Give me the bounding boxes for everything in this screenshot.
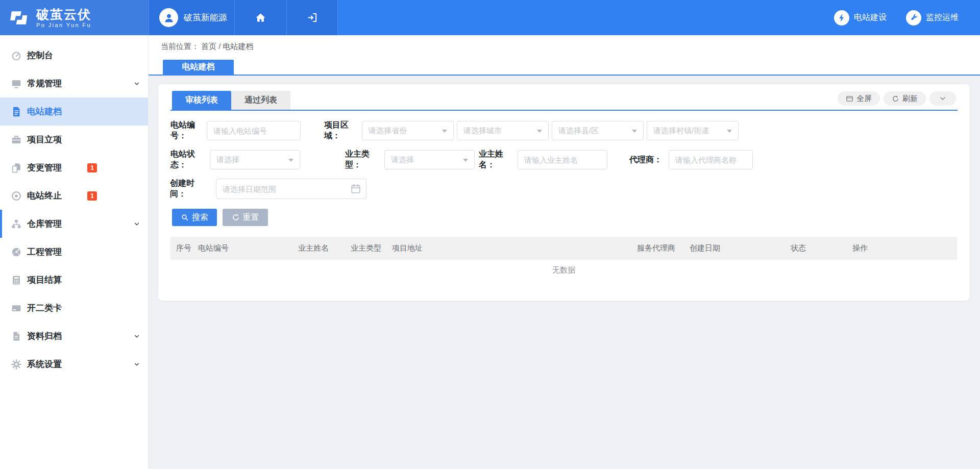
top-header: 破茧云伏 Po Jian Yun Fu 破茧新能源 <box>0 0 980 35</box>
collapse-toolbar-button[interactable] <box>929 91 956 106</box>
search-button[interactable]: 搜索 <box>172 209 217 226</box>
col-agent: 服务代理商 <box>637 243 675 253</box>
company-name: 破茧新能源 <box>184 12 227 23</box>
user-icon <box>163 12 175 24</box>
refresh-button[interactable]: 刷新 <box>884 91 926 106</box>
search-icon <box>181 213 189 221</box>
col-owner-name: 业主姓名 <box>298 243 329 253</box>
province-select[interactable]: 请选择省份 <box>362 121 454 140</box>
region-label: 项目区域： <box>324 121 357 140</box>
home-button[interactable] <box>234 0 286 35</box>
chevron-down-icon <box>134 221 140 227</box>
sidebar-item-label: 控制台 <box>27 50 53 61</box>
caret-down-icon <box>727 130 732 133</box>
tab-underline <box>170 110 958 111</box>
gear-icon <box>10 358 22 371</box>
tab-review-list[interactable]: 审核列表 <box>172 91 231 110</box>
station-no-input[interactable] <box>207 121 301 140</box>
app-root: 破茧云伏 Po Jian Yun Fu 破茧新能源 <box>0 0 980 469</box>
col-index: 序号 <box>176 243 191 253</box>
fullscreen-label: 全屏 <box>856 94 872 104</box>
breadcrumb-path[interactable]: 首页 / 电站建档 <box>201 42 254 51</box>
sidebar-item-label: 项目结算 <box>27 274 62 286</box>
city-placeholder: 请选择城市 <box>463 126 502 136</box>
gauge-icon <box>10 50 22 62</box>
station-status-select[interactable]: 请选择 <box>210 150 300 169</box>
sidebar-item-label: 资料归档 <box>27 330 62 342</box>
owner-name-label: 业主姓名： <box>479 150 511 169</box>
user-menu[interactable]: 破茧新能源 <box>149 0 234 35</box>
sidebar-item-label: 电站建档 <box>27 106 62 117</box>
col-created: 创建日期 <box>690 243 720 253</box>
chevron-down-icon <box>134 81 140 87</box>
dashboard-icon <box>10 246 22 258</box>
county-select[interactable]: 请选择县/区 <box>552 121 644 140</box>
sidebar-item-data-archive[interactable]: 资料归档 <box>0 322 148 350</box>
window-icon <box>846 95 853 103</box>
village-select[interactable]: 请选择村镇/街道 <box>647 121 739 140</box>
page-tab-station-filing[interactable]: 电站建档 <box>163 60 234 75</box>
sidebar: 控制台 常规管理 电站建档 项目立项 变更管理 1 <box>0 35 149 469</box>
breadcrumb-label: 当前位置： <box>161 42 199 51</box>
breadcrumb: 当前位置：首页 / 电站建档 <box>161 42 256 52</box>
copy-pages-icon <box>10 162 22 174</box>
sidebar-item-general-mgmt[interactable]: 常规管理 <box>0 69 148 97</box>
owner-name-input[interactable] <box>518 150 607 169</box>
sidebar-item-station-termination[interactable]: 电站终止 1 <box>0 182 148 210</box>
refresh-label: 刷新 <box>902 94 918 104</box>
reset-label: 重置 <box>243 212 259 223</box>
sidebar-item-label: 项目立项 <box>27 134 62 145</box>
city-select[interactable]: 请选择城市 <box>457 121 549 140</box>
search-label: 搜索 <box>192 212 208 223</box>
sidebar-item-project-settlement[interactable]: 项目结算 <box>0 266 148 294</box>
nav-label: 电站建设 <box>854 12 887 23</box>
sidebar-item-label: 仓库管理 <box>27 218 62 230</box>
notification-badge: 1 <box>87 191 97 201</box>
header-right-nav: 电站建设 监控运维 <box>834 0 959 35</box>
sidebar-item-open-type2-card[interactable]: 开二类卡 <box>0 294 148 322</box>
status-placeholder: 请选择 <box>216 155 239 165</box>
file-icon <box>10 330 22 342</box>
sidebar-item-label: 电站终止 <box>27 190 62 202</box>
sidebar-item-station-filing[interactable]: 电站建档 <box>0 97 148 126</box>
nav-station-construction[interactable]: 电站建设 <box>834 10 887 26</box>
brand-title: 破茧云伏 <box>36 8 91 21</box>
sidebar-item-dashboard[interactable]: 控制台 <box>0 41 148 69</box>
tab-passed-list[interactable]: 通过列表 <box>231 91 290 110</box>
province-placeholder: 请选择省份 <box>369 126 407 136</box>
caret-down-icon <box>288 159 293 162</box>
caret-down-icon <box>632 130 637 133</box>
reset-button[interactable]: 重置 <box>223 209 268 226</box>
brand-subtitle: Po Jian Yun Fu <box>36 22 91 28</box>
table-header: 序号 电站编号 业主姓名 业主类型 项目地址 服务代理商 创建日期 状态 操作 <box>170 237 957 259</box>
caret-down-icon <box>463 159 468 162</box>
bolt-icon <box>834 10 849 26</box>
logout-button[interactable] <box>286 0 338 35</box>
chevron-down-icon <box>939 95 946 102</box>
sidebar-item-project-initiation[interactable]: 项目立项 <box>0 126 148 154</box>
date-range-input[interactable] <box>216 179 366 199</box>
brand-text: 破茧云伏 Po Jian Yun Fu <box>36 8 91 28</box>
briefcase-icon <box>10 134 22 146</box>
owner-type-label: 业主类型： <box>345 150 378 169</box>
nav-monitor-ops[interactable]: 监控运维 <box>906 10 959 26</box>
empty-state: 无数据 <box>170 265 957 275</box>
col-owner-type: 业主类型 <box>351 243 381 253</box>
enter-arrow-icon <box>306 12 318 23</box>
fullscreen-button[interactable]: 全屏 <box>838 91 880 106</box>
chevron-down-icon <box>134 333 140 339</box>
col-address: 项目地址 <box>392 243 423 253</box>
sidebar-item-warehouse-mgmt[interactable]: 仓库管理 <box>0 210 148 238</box>
owner-type-select[interactable]: 请选择 <box>384 150 475 169</box>
refresh-icon <box>892 95 899 103</box>
home-icon <box>255 12 266 23</box>
calculator-icon <box>10 274 22 286</box>
caret-down-icon <box>537 130 542 133</box>
brand-logo: 破茧云伏 Po Jian Yun Fu <box>0 0 149 35</box>
agent-input[interactable] <box>669 150 753 169</box>
sidebar-item-system-settings[interactable]: 系统设置 <box>0 350 148 378</box>
sidebar-item-change-mgmt[interactable]: 变更管理 1 <box>0 154 148 182</box>
sidebar-item-label: 工程管理 <box>27 246 62 258</box>
sidebar-item-engineering-mgmt[interactable]: 工程管理 <box>0 238 148 266</box>
station-no-label: 电站编号： <box>170 121 204 140</box>
